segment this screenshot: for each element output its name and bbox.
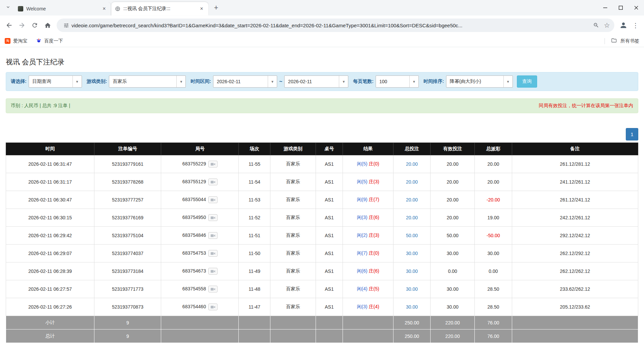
round-media-button[interactable] [208, 161, 217, 167]
round-media-button[interactable] [208, 214, 217, 221]
tab-close-icon[interactable]: × [198, 5, 205, 12]
total-bet-link[interactable]: 50.00 [406, 233, 418, 238]
search-button[interactable]: 查询 [517, 75, 537, 88]
total-bet-link[interactable]: 20.00 [406, 179, 418, 185]
total-bet-link[interactable]: 20.00 [406, 215, 418, 220]
window-controls [597, 0, 644, 15]
footer-payout-cell: 76.00 [475, 329, 512, 343]
total-bet-link[interactable]: 20.00 [406, 197, 418, 202]
reload-button[interactable] [28, 19, 41, 32]
footer-label-cell: 小计 [6, 316, 94, 329]
bookmark-star-icon[interactable]: ☆ [602, 20, 612, 31]
round-media-button[interactable] [208, 232, 217, 239]
round-media-button[interactable] [208, 196, 217, 203]
note-cell: 262.12/262.12 [512, 262, 638, 280]
bet-id-cell: 523193774037 [94, 245, 161, 262]
video-camera-icon [210, 305, 215, 309]
close-button[interactable] [628, 0, 644, 15]
chevron-down-icon: ▼ [409, 76, 418, 87]
note-cell: 205.12/233.62 [512, 298, 638, 316]
maximize-button[interactable] [613, 0, 628, 15]
total-bet-link[interactable]: 30.00 [406, 304, 418, 310]
footer-empty-cell [316, 316, 343, 329]
home-button[interactable] [41, 19, 54, 32]
round-cell: 683754753 [161, 245, 239, 262]
tab-betrecord[interactable]: :::视讯 会员下注纪录::: × [111, 2, 208, 15]
round-cell: 683755044 [161, 191, 239, 209]
round-cell: 683755229 [161, 155, 239, 173]
game-type-cell: 百家乐 [270, 245, 316, 262]
profile-icon [620, 22, 627, 29]
valid-bet-cell: 30.00 [431, 280, 475, 298]
url-bar[interactable]: videoie.com/game/betrecord_search/kind3?… [57, 19, 614, 32]
bet-id-cell: 523193776169 [94, 209, 161, 227]
player-result: 闲(6) [357, 268, 367, 274]
payout-cell: -50.00 [475, 227, 512, 245]
round-media-button[interactable] [208, 179, 217, 185]
column-header: 桌号 [316, 143, 343, 155]
round-media-button[interactable] [208, 268, 217, 275]
footer-empty-cell [343, 316, 393, 329]
round-media-button[interactable] [208, 250, 217, 257]
new-tab-button[interactable]: + [211, 3, 221, 13]
back-button[interactable] [3, 19, 16, 32]
pagination: 1 [6, 128, 638, 140]
baidu-icon [36, 38, 41, 44]
date-end-value: 2026-02-11 [285, 76, 339, 87]
session-cell: 11-49 [239, 262, 270, 280]
zoom-icon[interactable] [591, 20, 602, 31]
round-number: 683754673 [182, 268, 206, 274]
select-label: 请选择: [11, 78, 27, 85]
all-bookmarks-button[interactable]: 所有书签 [605, 37, 639, 44]
banker-result: 庄(5) [369, 286, 379, 291]
round-cell: 683754558 [161, 280, 239, 298]
round-media-button[interactable] [208, 304, 217, 310]
tab-close-icon[interactable]: × [101, 5, 108, 12]
divider [605, 38, 605, 44]
bookmark-baidu[interactable]: 百度一下 [36, 38, 63, 44]
column-header: 备注 [512, 143, 638, 155]
total-bet-link[interactable]: 30.00 [406, 286, 418, 292]
query-type-select[interactable]: 日期查询 ▼ [29, 75, 82, 88]
game-type-label: 游戏类别: [87, 78, 107, 85]
sort-value: 降幂(由大到小) [446, 76, 503, 87]
forward-button[interactable] [16, 19, 28, 32]
profile-button[interactable] [617, 19, 630, 32]
date-start-select[interactable]: 2026-02-11 ▼ [213, 75, 277, 88]
all-bookmarks-label: 所有书签 [620, 38, 639, 44]
query-type-value: 日期查询 [29, 76, 72, 87]
time-cell: 2026-02-11 06:31:47 [6, 155, 94, 173]
total-bet-cell: 30.00 [393, 298, 430, 316]
chevron-down-icon: ▼ [176, 76, 185, 87]
video-camera-icon [210, 252, 215, 255]
sort-select[interactable]: 降幂(由大到小) ▼ [446, 75, 513, 88]
game-type-select[interactable]: 百家乐 ▼ [109, 75, 186, 88]
session-cell: 11-54 [239, 173, 270, 191]
pagination-button[interactable]: 1 [626, 128, 638, 140]
valid-bet-cell: 20.00 [431, 191, 475, 209]
menu-icon[interactable]: ⋮ [630, 22, 641, 29]
site-info-icon[interactable] [61, 20, 71, 31]
total-bet-link[interactable]: 30.00 [406, 269, 418, 274]
table-no-cell: AS1 [316, 262, 343, 280]
tab-welcome[interactable]: Welcome × [14, 2, 111, 15]
session-cell: 11-51 [239, 227, 270, 245]
round-number: 683754950 [182, 215, 206, 220]
url-text[interactable]: videoie.com/game/betrecord_search/kind3?… [71, 23, 591, 28]
footer-empty-cell [239, 316, 270, 329]
bookmark-aitaobao[interactable]: 淘 爱淘宝 [5, 38, 27, 44]
result-cell: 闲(4) 庄(5) [343, 280, 393, 298]
footer-total-bet-cell: 250.00 [393, 329, 430, 343]
date-end-select[interactable]: 2026-02-11 ▼ [284, 75, 348, 88]
table-row: 2026-02-11 06:30:15523193776169683754950… [6, 209, 638, 227]
minimize-button[interactable] [597, 0, 613, 15]
table-footer-row: 小计9250.00220.0076.00 [6, 316, 638, 329]
bet-id-cell: 523193775104 [94, 227, 161, 245]
tab-search-button[interactable] [3, 2, 13, 13]
taobao-icon: 淘 [5, 38, 10, 44]
per-page-select[interactable]: 100 ▼ [376, 75, 419, 88]
total-bet-link[interactable]: 20.00 [406, 161, 418, 167]
total-bet-link[interactable]: 30.00 [406, 251, 418, 256]
round-media-button[interactable] [208, 286, 217, 292]
payout-cell: 30.00 [475, 245, 512, 262]
